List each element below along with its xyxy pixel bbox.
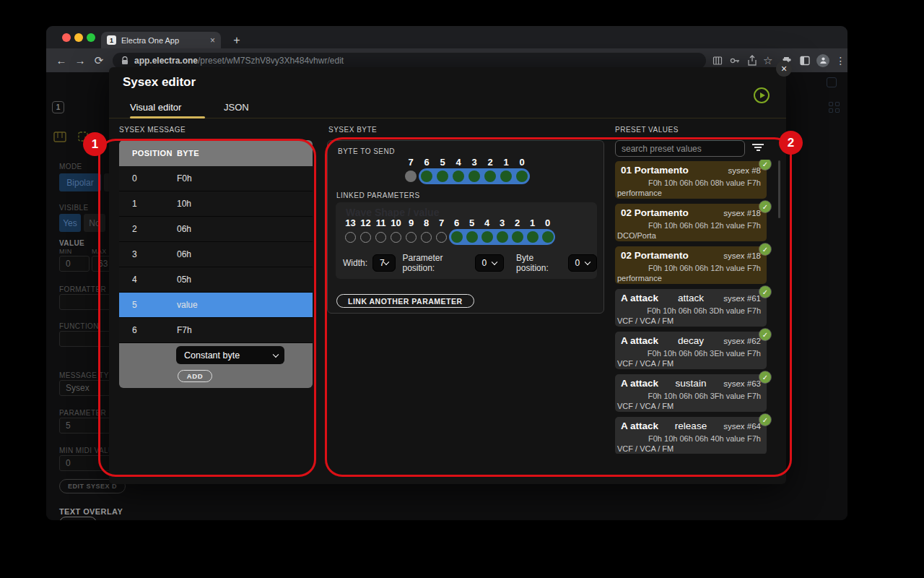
screenshot-stage: 1 Electra One App × + ← → ⟳ app.electra.… [0,0,924,578]
bookmark-star-icon[interactable]: ☆ [763,54,772,67]
browser-tab[interactable]: 1 Electra One App × [101,32,221,48]
tab-favicon: 1 [107,35,116,45]
grid-view-icon[interactable] [829,102,840,114]
back-icon[interactable]: ← [52,54,71,66]
url-path: /preset/wM7SzhV8vy3Xh484vhwr/edit [198,56,344,66]
panel-toggle-icon[interactable] [827,77,837,87]
password-key-icon[interactable] [729,55,741,66]
text-overlay-edit-button[interactable]: EDIT [59,517,97,520]
annotation-badge-1: 1 [83,132,107,156]
new-tab-button[interactable]: + [228,32,245,48]
modal-title: Sysex editor [123,75,196,90]
min-value-input[interactable]: 0 [59,256,90,272]
sidebar-panel-icon[interactable] [799,55,811,66]
active-tab-underline [130,116,205,118]
mode-label: MODE [59,163,82,171]
tab-close-icon[interactable]: × [210,35,215,46]
min-label: MIN [59,248,72,255]
traffic-light-zoom[interactable] [87,33,95,42]
tab-json[interactable]: JSON [224,102,249,113]
tab-group-icon[interactable] [712,55,723,66]
tab-title: Electra One App [121,36,206,45]
annotation-rect-2 [325,137,792,477]
forward-icon[interactable]: → [71,54,90,66]
lock-icon [121,56,128,65]
url-bar[interactable]: app.electra.one/preset/wM7SzhV8vy3Xh484v… [113,53,706,69]
menu-dots-icon[interactable]: ⋮ [835,55,845,66]
profile-avatar[interactable] [816,54,829,67]
function-label: FUNCTION [59,322,99,330]
mode-bipolar-button[interactable]: Bipolar [59,173,101,191]
reload-icon[interactable]: ⟳ [90,54,108,67]
traffic-light-close[interactable] [62,33,71,42]
traffic-light-minimize[interactable] [74,33,83,42]
share-icon[interactable] [747,55,757,66]
electra-logo: 1 [52,101,64,113]
text-overlay-label: TEXT OVERLAY [59,507,123,516]
play-icon [760,92,765,98]
modal-tab-bar: Visual editor JSON [109,100,786,118]
tab-visual-editor[interactable]: Visual editor [130,102,181,113]
value-label: VALUE [59,239,84,247]
visible-yes-button[interactable]: Yes [59,214,81,232]
keyboard-icon[interactable] [53,131,66,142]
sysex-byte-label: SYSEX BYTE [328,126,377,134]
person-icon [819,56,827,64]
annotation-rect-1 [98,139,316,477]
url-host: app.electra.one [134,56,198,66]
annotation-badge-2: 2 [779,131,803,155]
browser-tab-strip: 1 Electra One App × + [46,26,847,48]
sysex-message-label: SYSEX MESSAGE [119,126,186,134]
preset-values-label: PRESET VALUES [615,126,679,134]
modal-close-icon[interactable]: × [776,61,792,77]
visible-label: VISIBLE [59,204,89,212]
